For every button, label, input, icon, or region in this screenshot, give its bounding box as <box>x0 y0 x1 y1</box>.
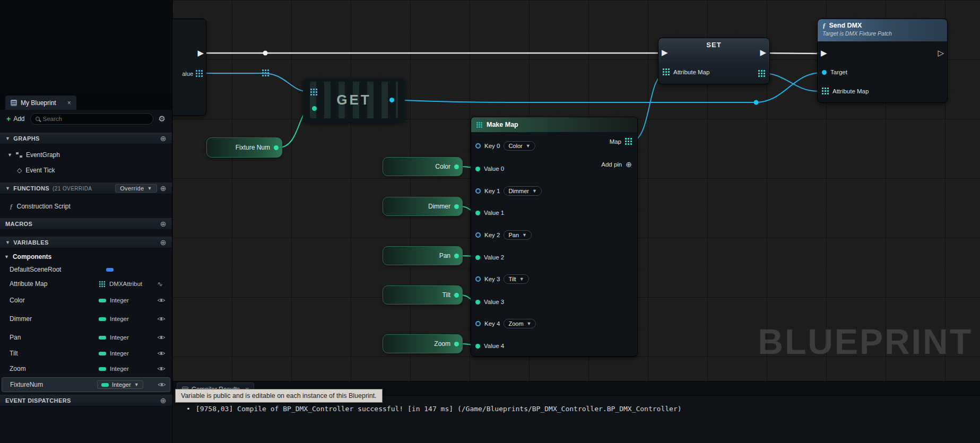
add-function-icon[interactable]: ⊕ <box>160 184 167 193</box>
search-box[interactable] <box>30 113 153 125</box>
eye-icon[interactable] <box>157 349 166 358</box>
expander-icon[interactable]: ▼ <box>5 136 10 141</box>
dmx-attribute-map-pin[interactable] <box>822 88 829 94</box>
value3-pin[interactable] <box>475 300 480 305</box>
get-node[interactable]: GET <box>303 78 405 122</box>
get-array-in-pin[interactable] <box>310 89 317 95</box>
expander-icon[interactable]: ▼ <box>4 254 9 259</box>
dmx-exec-in-pin[interactable]: ▶ <box>821 48 827 58</box>
eye-icon[interactable] <box>157 364 166 373</box>
variable-row-dimmer[interactable]: Dimmer Integer <box>0 312 172 326</box>
graph-canvas[interactable]: BLUEPRINT ▶ <box>172 0 980 443</box>
override-dropdown[interactable]: Override ▼ <box>115 184 157 193</box>
array-out-pin[interactable] <box>196 70 203 77</box>
variable-row-tilt[interactable]: Tilt Integer <box>0 346 172 360</box>
wave-icon[interactable]: ∿ <box>157 280 163 288</box>
variables-header-label: VARIABLES <box>13 239 48 246</box>
value2-pin[interactable] <box>475 255 480 260</box>
array-reroute-grid-pin[interactable] <box>262 70 269 76</box>
search-input[interactable] <box>43 116 148 122</box>
pan-getter-node[interactable]: Pan <box>383 246 463 265</box>
fixturenum-type-dropdown[interactable]: Integer ▼ <box>97 380 143 389</box>
set-attribute-map-node[interactable]: SET ▶ ▶ Attribute Map <box>658 38 770 84</box>
sidebar-item-construction-script[interactable]: ƒ Construction Script <box>0 201 172 212</box>
section-variables[interactable]: ▼ VARIABLES ⊕ <box>0 237 172 248</box>
key1-pin[interactable] <box>475 188 481 194</box>
tab-my-blueprint[interactable]: My Blueprint × <box>5 95 76 110</box>
section-graphs[interactable]: ▼ GRAPHS ⊕ <box>0 133 172 144</box>
fixture-num-getter-node[interactable]: Fixture Num <box>206 137 282 158</box>
value1-pin[interactable] <box>475 211 480 215</box>
category-components[interactable]: ▼ Components <box>0 251 172 263</box>
key1-select[interactable]: Dimmer▼ <box>504 186 541 196</box>
variable-row-attribute-map[interactable]: Attribute Map DMXAttribut ∿ <box>0 277 172 291</box>
variable-row-color[interactable]: Color Integer <box>0 293 172 307</box>
sidebar-item-eventgraph[interactable]: ▼ EventGraph <box>0 149 172 161</box>
dmx-exec-out-pin[interactable]: ▷ <box>938 48 944 58</box>
color-getter-node[interactable]: Color <box>383 157 463 176</box>
clipped-node[interactable]: ▶ alue <box>172 19 206 116</box>
key2-pin[interactable] <box>475 232 481 238</box>
expander-icon[interactable]: ▼ <box>7 152 12 158</box>
dmx-target-pin[interactable] <box>822 70 827 75</box>
add-macro-icon[interactable]: ⊕ <box>160 220 167 228</box>
key4-pin[interactable] <box>475 321 481 326</box>
dimmer-pill-label: Dimmer <box>428 203 450 210</box>
set-attribute-map-in-pin[interactable] <box>663 68 670 75</box>
send-dmx-title: Send DMX <box>829 22 862 29</box>
key0-select[interactable]: Color▼ <box>504 141 535 151</box>
eye-icon[interactable] <box>157 314 166 324</box>
sidebar-item-event-tick[interactable]: ◇ Event Tick <box>0 164 172 176</box>
color-out-pin[interactable] <box>454 164 459 169</box>
eye-icon[interactable] <box>157 296 166 305</box>
eye-icon[interactable] <box>157 333 166 342</box>
zoom-out-pin[interactable] <box>454 342 459 346</box>
get-index-in-pin[interactable] <box>312 106 317 111</box>
make-map-node[interactable]: Make Map Map Add pin ⊕ Key 0 Color▼ Valu… <box>471 117 638 357</box>
value4-pin[interactable] <box>475 344 480 349</box>
get-result-out-pin[interactable] <box>389 98 394 102</box>
eye-icon[interactable] <box>158 380 166 389</box>
variable-row-zoom[interactable]: Zoom Integer <box>0 362 172 376</box>
tilt-getter-node[interactable]: Tilt <box>383 285 463 305</box>
tilt-out-pin[interactable] <box>454 293 459 298</box>
pan-out-pin[interactable] <box>454 254 459 258</box>
add-pin-icon: ⊕ <box>626 160 632 169</box>
set-attribute-map-out-pin[interactable] <box>758 70 765 77</box>
target-reroute-dot[interactable] <box>754 100 759 105</box>
expander-icon[interactable]: ▼ <box>5 186 10 191</box>
key0-pin[interactable] <box>475 143 481 149</box>
make-map-icon <box>476 122 482 127</box>
set-exec-out-pin[interactable]: ▶ <box>760 47 766 58</box>
dimmer-getter-node[interactable]: Dimmer <box>383 197 463 216</box>
key2-select[interactable]: Pan▼ <box>504 230 532 240</box>
expander-icon[interactable]: ▼ <box>5 240 10 245</box>
add-variable-icon[interactable]: ⊕ <box>160 238 167 247</box>
variable-row-fixturenum[interactable]: FixtureNum Integer ▼ <box>2 377 170 392</box>
variable-row-pan[interactable]: Pan Integer <box>0 331 172 344</box>
gear-icon[interactable]: ⚙ <box>159 114 166 124</box>
map-out-pin[interactable] <box>625 138 632 145</box>
section-functions[interactable]: ▼ FUNCTIONS (21 OVERRIDABLE Override ▼ ⊕ <box>0 183 172 194</box>
map-out-row: Map <box>610 138 632 145</box>
add-event-dispatcher-icon[interactable]: ⊕ <box>160 396 167 405</box>
value0-pin[interactable] <box>475 167 480 171</box>
add-pin-button[interactable]: Add pin ⊕ <box>601 160 632 169</box>
dimmer-out-pin[interactable] <box>454 204 459 209</box>
functions-count-label: (21 OVERRIDABLE <box>53 186 92 192</box>
add-button[interactable]: + Add <box>6 115 25 123</box>
exec-reroute-dot[interactable] <box>263 51 268 56</box>
fixture-num-out-pin[interactable] <box>274 145 279 150</box>
send-dmx-node[interactable]: ƒ Send DMX Target is DMX Fixture Patch ▶… <box>817 19 948 103</box>
add-graph-icon[interactable]: ⊕ <box>160 134 167 143</box>
exec-out-pin[interactable]: ▶ <box>197 48 204 58</box>
set-exec-in-pin[interactable]: ▶ <box>662 47 668 58</box>
variable-row-defaultsceneroot[interactable]: DefaultSceneRoot <box>0 263 172 276</box>
key4-select[interactable]: Zoom▼ <box>504 319 536 328</box>
key3-pin[interactable] <box>475 276 481 282</box>
zoom-getter-node[interactable]: Zoom <box>383 334 463 353</box>
section-macros[interactable]: MACROS ⊕ <box>0 218 172 230</box>
section-event-dispatchers[interactable]: EVENT DISPATCHERS ⊕ <box>0 395 172 406</box>
key3-select[interactable]: Tilt▼ <box>504 274 528 284</box>
close-icon[interactable]: × <box>67 99 71 107</box>
